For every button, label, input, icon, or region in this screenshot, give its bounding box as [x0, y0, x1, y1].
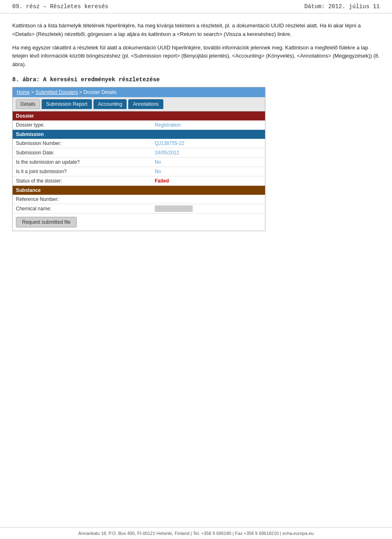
paragraph-2: Ha még egyszer rákattint a részletek fül…: [12, 44, 380, 69]
paragraph-1: Kattintson rá a lista bármelyik tételéne…: [12, 22, 380, 39]
substance-section-header: Substance: [13, 185, 265, 195]
page-footer: Annankatu 18, P.O. Box 400, FI-00121 Hel…: [0, 527, 392, 539]
section-heading: 8. ábra: A keresési eredmények részletez…: [12, 76, 380, 83]
submission-date-row: Submission Date: 24/05/2012: [13, 148, 265, 157]
submission-section-header: Submission: [13, 129, 265, 139]
breadcrumb-dossier-details: Dossier Details: [83, 89, 116, 95]
request-submitted-file-button[interactable]: Request submitted file: [16, 217, 77, 227]
submission-update-row: Is the submission an update? No: [13, 157, 265, 167]
tabs-row: Details Submission Report Accounting Ann…: [13, 97, 265, 111]
tab-submission-report[interactable]: Submission Report: [42, 99, 92, 109]
main-content: Kattintson rá a lista bármelyik tételéne…: [0, 13, 392, 256]
header-right: Dátum: 2012. július 11: [304, 3, 380, 10]
tab-annotations[interactable]: Annotations: [128, 99, 163, 109]
chemical-name-row: Chemical name: ██████████: [13, 204, 265, 213]
dossier-details-box: Home > Submitted Dossiers > Dossier Deta…: [12, 87, 265, 231]
breadcrumb-separator2: >: [79, 89, 83, 95]
request-button-row: Request submitted file: [13, 213, 265, 231]
breadcrumb-separator: >: [31, 89, 35, 95]
dossier-section-header: Dossier: [13, 111, 265, 120]
details-table: Dossier Dossier type: Registration Submi…: [13, 111, 265, 231]
page-header: 09. rész – Részletes keresés Dátum: 2012…: [0, 0, 392, 13]
footer-text: Annankatu 18, P.O. Box 400, FI-00121 Hel…: [78, 531, 314, 536]
tab-accounting[interactable]: Accounting: [94, 99, 127, 109]
submission-joint-row: Is it a joint submission? No: [13, 167, 265, 176]
submission-status-row: Status of the dossier: Failed: [13, 176, 265, 185]
breadcrumb: Home > Submitted Dossiers > Dossier Deta…: [13, 87, 265, 97]
breadcrumb-submitted-dossiers[interactable]: Submitted Dossiers: [36, 89, 78, 95]
breadcrumb-home[interactable]: Home: [17, 89, 30, 95]
tab-details[interactable]: Details: [16, 99, 40, 109]
submission-number-row: Submission Number: QJ138755-22: [13, 139, 265, 148]
header-left: 09. rész – Részletes keresés: [12, 3, 108, 10]
reference-number-row: Reference Number:: [13, 195, 265, 204]
dossier-type-row: Dossier type: Registration: [13, 120, 265, 130]
